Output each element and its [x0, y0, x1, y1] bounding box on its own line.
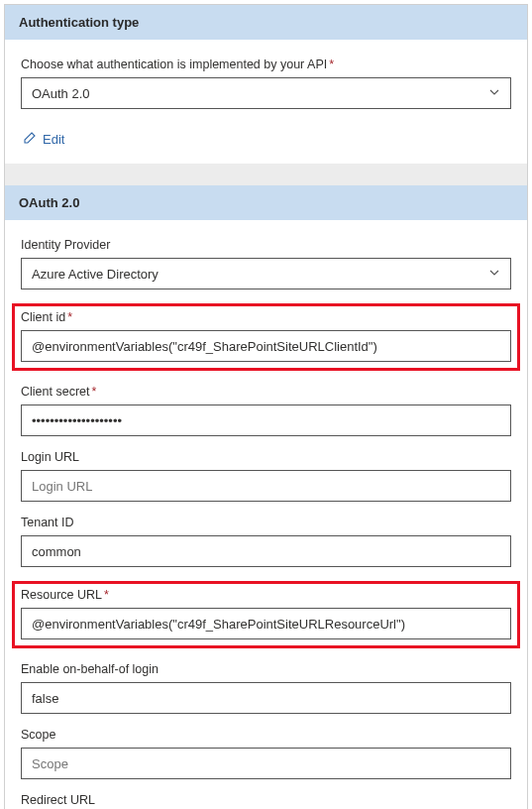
client-id-input-wrap [21, 330, 511, 362]
enable-obo-label: Enable on-behalf-of login [21, 662, 511, 676]
login-url-input[interactable] [32, 479, 500, 494]
resource-url-input[interactable] [32, 617, 500, 632]
identity-provider-field: Identity Provider Azure Active Directory [21, 238, 511, 289]
identity-provider-value: Azure Active Directory [32, 267, 159, 282]
client-id-input[interactable] [32, 339, 500, 354]
auth-type-body: Choose what authentication is implemente… [5, 40, 527, 164]
enable-obo-input-wrap [21, 682, 511, 714]
required-marker: * [67, 310, 72, 324]
client-id-label: Client id* [21, 310, 511, 324]
enable-obo-input[interactable] [32, 691, 500, 706]
required-marker: * [91, 385, 96, 399]
identity-provider-select[interactable]: Azure Active Directory [21, 258, 511, 289]
tenant-id-label: Tenant ID [21, 516, 511, 529]
enable-obo-field: Enable on-behalf-of login [21, 662, 511, 714]
oauth-body: Identity Provider Azure Active Directory… [5, 220, 527, 809]
form-container: Authentication type Choose what authenti… [4, 4, 528, 809]
redirect-url-label: Redirect URL [21, 793, 511, 807]
resource-url-input-wrap [21, 608, 511, 639]
required-marker: * [104, 588, 109, 602]
chevron-down-icon [488, 267, 500, 282]
scope-field: Scope [21, 728, 511, 779]
auth-edit-label: Edit [43, 132, 64, 147]
client-secret-label: Client secret* [21, 385, 511, 399]
client-secret-input[interactable] [32, 413, 500, 428]
client-id-field: Client id* [21, 310, 511, 362]
redirect-url-field: Redirect URL Save the custom connector t… [21, 793, 511, 809]
resource-url-highlight: Resource URL* [12, 581, 520, 648]
oauth-header: OAuth 2.0 [5, 185, 527, 220]
scope-input-wrap [21, 748, 511, 779]
login-url-input-wrap [21, 470, 511, 502]
resource-url-label: Resource URL* [21, 588, 511, 602]
required-marker: * [329, 58, 334, 71]
resource-url-field: Resource URL* [21, 588, 511, 639]
auth-type-label: Choose what authentication is implemente… [21, 58, 511, 71]
section-spacer [5, 164, 527, 185]
scope-label: Scope [21, 728, 511, 742]
client-secret-input-wrap [21, 404, 511, 436]
auth-type-select[interactable]: OAuth 2.0 [21, 77, 511, 109]
auth-type-header: Authentication type [5, 5, 527, 40]
tenant-id-input[interactable] [32, 544, 500, 559]
auth-type-value: OAuth 2.0 [32, 86, 90, 101]
login-url-field: Login URL [21, 450, 511, 502]
scope-input[interactable] [32, 756, 500, 771]
tenant-id-field: Tenant ID [21, 516, 511, 567]
auth-type-header-label: Authentication type [19, 15, 139, 30]
edit-icon [23, 131, 37, 148]
auth-edit-button[interactable]: Edit [23, 131, 64, 148]
auth-type-field: Choose what authentication is implemente… [21, 58, 511, 109]
client-id-highlight: Client id* [12, 303, 520, 371]
oauth-header-label: OAuth 2.0 [19, 195, 79, 210]
identity-provider-label: Identity Provider [21, 238, 511, 252]
chevron-down-icon [488, 86, 500, 101]
client-secret-field: Client secret* [21, 385, 511, 436]
login-url-label: Login URL [21, 450, 511, 464]
tenant-id-input-wrap [21, 535, 511, 567]
